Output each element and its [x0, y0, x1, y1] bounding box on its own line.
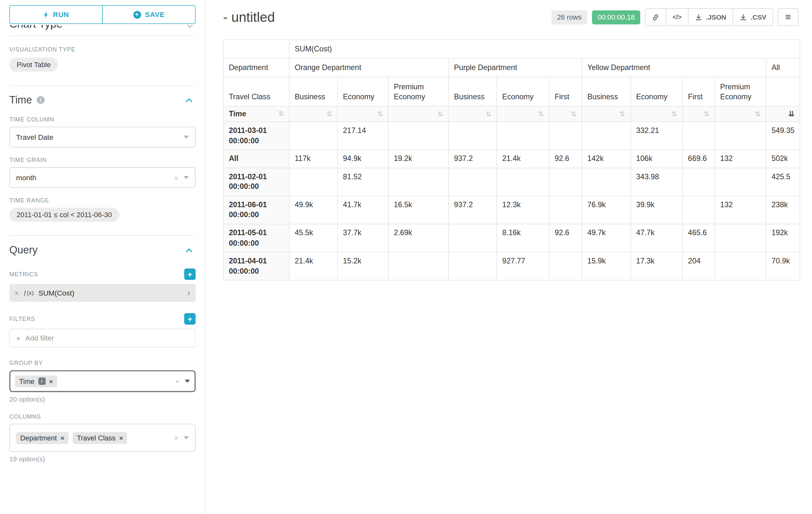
sort-icon[interactable]: ⇅	[278, 109, 284, 118]
value-cell	[683, 122, 715, 150]
value-cell	[388, 168, 449, 196]
sort-header-cell[interactable]: ⇅	[497, 106, 549, 122]
chevron-right-icon[interactable]: ›	[187, 288, 191, 297]
value-cell	[582, 122, 631, 150]
save-button[interactable]: + SAVE	[102, 5, 196, 24]
query-section-header[interactable]: Query	[9, 244, 196, 256]
sort-icon[interactable]: ⇅	[671, 110, 677, 118]
travel-class-cell: Premium Economy	[715, 77, 766, 106]
more-options-button[interactable]: ≡	[778, 8, 799, 26]
time-section-header[interactable]: Time i	[9, 94, 196, 106]
value-cell: 49.9k	[289, 196, 337, 224]
function-icon: ƒ(x)	[23, 290, 34, 296]
row-header-cell: 2011-05-01 00:00:00	[223, 224, 289, 252]
remove-tag-icon[interactable]: ×	[60, 434, 64, 442]
value-cell: 70.9k	[766, 252, 800, 280]
sort-header-cell[interactable]: ⇅	[631, 106, 683, 122]
value-cell: 37.7k	[338, 224, 388, 252]
value-cell	[683, 168, 715, 196]
sort-icon[interactable]: ⇅	[755, 110, 761, 118]
select-tag-time[interactable]: Timei×	[15, 375, 57, 387]
sort-icon[interactable]: ⇅	[486, 110, 491, 118]
remove-metric-icon[interactable]: ×	[14, 289, 19, 297]
value-cell	[715, 168, 766, 196]
sort-header-cell[interactable]: ⇅	[715, 106, 766, 122]
select-tag-department[interactable]: Department×	[16, 432, 69, 444]
sort-icon[interactable]: ⇅	[703, 110, 709, 118]
travel-class-cell: First	[549, 77, 582, 106]
clear-icon[interactable]: ×	[175, 377, 179, 385]
query-section-title: Query	[9, 244, 37, 256]
sort-header-cell[interactable]: ⇅	[582, 106, 631, 122]
row-header-cell: 2011-04-01 00:00:00	[223, 252, 289, 280]
export-json-button[interactable]: .JSON	[688, 9, 732, 25]
columns-select[interactable]: Department×Travel Class× ×	[9, 424, 196, 452]
caret-down-icon	[183, 176, 189, 179]
value-cell: 502k	[766, 150, 800, 168]
sort-icon[interactable]: ⇅	[571, 110, 576, 118]
group-by-select[interactable]: Timei× ×	[9, 371, 196, 392]
add-filter-field[interactable]: + Add filter	[9, 329, 196, 347]
value-cell: 39.9k	[631, 196, 683, 224]
add-filter-button[interactable]: +	[184, 313, 196, 325]
sort-icon[interactable]: ⇅	[538, 110, 544, 118]
clear-icon[interactable]: ×	[174, 433, 178, 442]
travel-class-cell: Economy	[338, 77, 388, 106]
view-query-button[interactable]: </>	[666, 9, 688, 25]
metrics-label: METRICS	[9, 271, 38, 277]
download-icon	[739, 13, 747, 21]
columns-tags: Department×Travel Class×	[16, 432, 127, 444]
chart-toolbar: 26 rows 00:00:00.18 </>	[551, 8, 799, 26]
divider	[9, 35, 196, 36]
visualization-type-label: VISUALIZATION TYPE	[9, 46, 196, 52]
group-by-options-hint: 20 option(s)	[9, 395, 196, 403]
remove-tag-icon[interactable]: ×	[49, 377, 53, 385]
time-sort-header[interactable]: Time⇅	[223, 106, 289, 122]
select-tag-travel-class[interactable]: Travel Class×	[73, 432, 127, 444]
value-cell	[497, 122, 549, 150]
sort-icon[interactable]: ⇅	[377, 110, 383, 118]
time-range-pill[interactable]: 2011-01-01 ≤ col < 2011-06-30	[9, 208, 119, 222]
travel-class-cell: Economy	[631, 77, 683, 106]
plus-circle-icon: +	[133, 10, 141, 18]
value-cell: 117k	[289, 150, 337, 168]
add-metric-button[interactable]: +	[184, 269, 196, 280]
run-button[interactable]: RUN	[9, 5, 103, 24]
row-header-cell: 2011-06-01 00:00:00	[223, 196, 289, 224]
sort-desc-icon[interactable]: ⇊	[788, 109, 794, 119]
time-column-select[interactable]: Travel Date	[9, 127, 196, 147]
divider	[9, 85, 196, 86]
time-range-label: TIME RANGE	[9, 197, 196, 204]
export-csv-button[interactable]: .CSV	[732, 9, 773, 25]
value-cell: 12.3k	[497, 196, 549, 224]
chevron-up-icon[interactable]	[186, 98, 193, 105]
metric-option[interactable]: × ƒ(x) SUM(Cost) ›	[9, 284, 196, 302]
sort-header-cell[interactable]: ⇅	[449, 106, 497, 122]
plus-icon: +	[16, 334, 21, 343]
remove-tag-icon[interactable]: ×	[119, 434, 123, 442]
department-group-cell: Orange Department	[289, 58, 448, 77]
tag-label: Travel Class	[77, 434, 115, 442]
short-link-button[interactable]	[646, 9, 666, 25]
value-cell: 669.6	[683, 150, 715, 168]
sort-header-cell[interactable]: ⇅	[388, 106, 449, 122]
export-json-label: .JSON	[706, 13, 726, 21]
tag-label: Department	[20, 434, 57, 442]
time-grain-select[interactable]: month ×	[9, 167, 196, 188]
sort-header-cell[interactable]: ⇅	[289, 106, 337, 122]
pivot-corner-cell	[223, 40, 289, 58]
clear-icon[interactable]: ×	[174, 173, 178, 182]
sort-icon[interactable]: ⇅	[326, 110, 332, 118]
sort-header-cell[interactable]: ⇅	[338, 106, 388, 122]
sort-header-cell[interactable]: ⇅	[683, 106, 715, 122]
sort-icon[interactable]: ⇅	[619, 110, 625, 118]
value-cell	[449, 252, 497, 280]
value-cell: 92.6	[549, 224, 582, 252]
time-row-label: Time	[229, 109, 246, 119]
columns-options-hint: 19 option(s)	[9, 455, 196, 463]
visualization-type-pill[interactable]: Pivot Table	[9, 57, 58, 72]
sort-header-cell[interactable]: ⇅	[549, 106, 582, 122]
chevron-up-icon[interactable]	[186, 248, 193, 255]
sort-header-cell[interactable]: ⇊	[766, 106, 800, 122]
sort-icon[interactable]: ⇅	[437, 110, 443, 118]
